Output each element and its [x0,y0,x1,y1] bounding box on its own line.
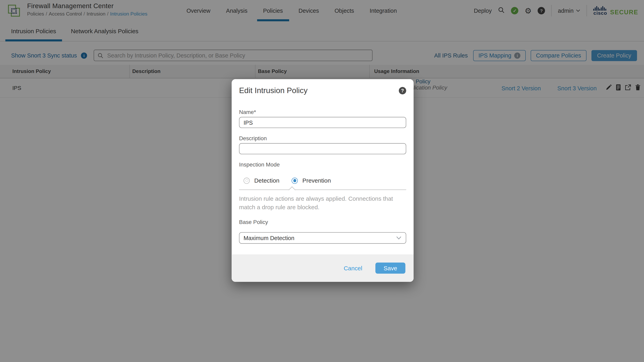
name-label: Name* [239,109,256,115]
inspection-mode-note: Intrusion rule actions are always applie… [239,194,397,212]
prevention-label[interactable]: Prevention [302,177,331,184]
chevron-down-icon [396,236,402,240]
base-policy-value: Maximum Detection [244,235,396,241]
screen: Firewall Management Center Policies/Acce… [0,0,644,362]
description-label: Description [239,136,267,142]
callout-arrow [288,186,296,193]
radio-prevention[interactable] [292,178,298,183]
detection-option[interactable]: Detection [244,177,280,184]
inspection-mode-options: Detection Prevention [244,177,331,184]
prevention-option[interactable]: Prevention [292,177,331,184]
dialog-footer: Cancel Save [232,254,414,282]
edit-intrusion-policy-dialog: Edit Intrusion Policy ? Name* Descriptio… [232,79,414,282]
dialog-title: Edit Intrusion Policy [239,86,308,95]
base-policy-select[interactable]: Maximum Detection [239,232,406,244]
cancel-button[interactable]: Cancel [341,264,365,272]
callout-divider [239,189,406,190]
detection-label[interactable]: Detection [254,177,280,184]
help-icon[interactable]: ? [399,87,406,94]
inspection-mode-label: Inspection Mode [239,162,280,168]
radio-detection[interactable] [244,178,250,183]
base-policy-label: Base Policy [239,219,268,225]
name-field[interactable] [239,117,406,128]
description-field[interactable] [239,143,406,154]
save-button[interactable]: Save [375,263,406,274]
